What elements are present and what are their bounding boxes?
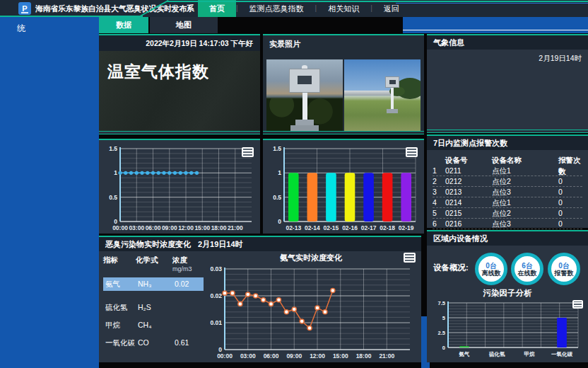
svg-text:12:00: 12:00 bbox=[310, 352, 325, 360]
odor-title: 恶臭污染物实时浓度变化 bbox=[105, 237, 191, 251]
table-row: 20212 点位20 bbox=[433, 176, 582, 187]
stat-alarm: 0台 报警数 bbox=[548, 253, 580, 285]
table-row: 40214 点位10 bbox=[433, 197, 582, 208]
panel-greeting: 2022年2月19日 14:17:03 下午好 温室气体指数 bbox=[99, 34, 260, 134]
app-title: 海南省乐东黎族自治县大气恶臭状况实时发布系 bbox=[35, 0, 194, 17]
chart-menu-icon[interactable] bbox=[242, 147, 254, 157]
sidebar: 统 bbox=[0, 17, 99, 368]
svg-text:15:00: 15:00 bbox=[194, 224, 210, 231]
stat-online: 6台 在线数 bbox=[511, 253, 543, 285]
tab-data[interactable]: 数据 bbox=[99, 17, 148, 33]
table-row: 30213 点位30 bbox=[433, 187, 582, 197]
alarms-title: 7日内监测点报警次数 bbox=[427, 136, 588, 150]
alarms-table: 设备号 设备名称 报警次数 10211 点位10 20212 点位20 3021… bbox=[433, 154, 582, 229]
page-title: 温室气体指数 bbox=[99, 51, 260, 83]
svg-text:5: 5 bbox=[442, 315, 445, 321]
nav-item-home[interactable]: 首页 bbox=[198, 0, 236, 17]
svg-text:02-14: 02-14 bbox=[305, 224, 320, 231]
svg-text:1.5: 1.5 bbox=[109, 145, 117, 152]
chart-svg: 00.511.502-1302-1402-1502-1602-1702-1802… bbox=[264, 144, 423, 232]
factor-analysis-chart: 02.557.5氨气硫化氢甲烷一氧化碳 bbox=[428, 298, 585, 358]
svg-text:0.5: 0.5 bbox=[109, 194, 117, 201]
ammonia-chart-title: 氨气实时浓度变化 bbox=[205, 253, 417, 264]
daily-index-chart: 00.511.502-1302-1402-1502-1602-1702-1802… bbox=[264, 144, 423, 232]
ammonia-trend-chart: 00.010.020.0300:0003:0006:0009:0012:0015… bbox=[205, 264, 417, 360]
photos-title: 实景照片 bbox=[263, 35, 424, 50]
top-navbar: P 海南省乐东黎族自治县大气恶臭状况实时发布系 首页 | 监测点恶臭指数 | 相… bbox=[0, 0, 588, 17]
app-logo-icon: P bbox=[18, 2, 31, 15]
main-nav: 首页 | 监测点恶臭指数 | 相关知识 | 返回 bbox=[198, 0, 411, 17]
panel-alarms: 7日内监测点报警次数 设备号 设备名称 报警次数 10211 点位10 2021… bbox=[427, 134, 588, 228]
odor-panel-header: 恶臭污染物实时浓度变化 2月19日14时 bbox=[99, 237, 421, 251]
photo-row bbox=[266, 59, 421, 131]
svg-text:03:00: 03:00 bbox=[240, 352, 256, 360]
greeting-body: 温室气体指数 bbox=[99, 51, 260, 131]
panel-devices: 区域内设备情况 设备概况: 0台 离线数 6台 在线数 0台 报警数 污染因子分… bbox=[427, 230, 588, 362]
svg-text:1: 1 bbox=[278, 169, 281, 176]
weather-title: 气象信息 bbox=[427, 35, 588, 50]
svg-text:09:00: 09:00 bbox=[286, 352, 302, 360]
svg-text:0: 0 bbox=[442, 345, 445, 351]
chart-svg: 00.010.020.0300:0003:0006:0009:0012:0015… bbox=[205, 264, 417, 360]
datetime-text: 2022年2月19日 14:17:03 下午好 bbox=[99, 35, 260, 51]
svg-text:02-16: 02-16 bbox=[342, 224, 358, 231]
svg-text:02-19: 02-19 bbox=[399, 224, 414, 231]
svg-text:06:00: 06:00 bbox=[264, 352, 279, 360]
factor-analysis-title: 污染因子分析 bbox=[427, 288, 588, 299]
svg-text:18:00: 18:00 bbox=[356, 352, 372, 360]
svg-text:09:00: 09:00 bbox=[162, 224, 177, 231]
odor-row-ch4[interactable]: 甲烷CH₄ bbox=[103, 318, 204, 332]
monitoring-station bbox=[385, 76, 399, 113]
table-row: 50215 点位20 bbox=[433, 208, 582, 219]
chart-menu-icon[interactable] bbox=[572, 300, 583, 309]
svg-text:02-13: 02-13 bbox=[286, 224, 301, 231]
devices-overview-label: 设备概况: bbox=[433, 263, 469, 273]
panel-weather: 气象信息 2月19日14时 bbox=[427, 34, 588, 133]
table-row: 10211 点位10 bbox=[433, 166, 582, 176]
svg-text:0.01: 0.01 bbox=[210, 319, 222, 326]
odor-time: 2月19日14时 bbox=[198, 237, 243, 251]
svg-text:02-18: 02-18 bbox=[380, 224, 395, 231]
svg-text:1: 1 bbox=[114, 169, 117, 176]
svg-text:0.03: 0.03 bbox=[210, 265, 222, 272]
panel-daily-index-chart: 00.511.502-1302-1402-1502-1602-1702-1802… bbox=[263, 139, 424, 234]
site-photo-2[interactable] bbox=[344, 59, 421, 131]
weather-time: 2月19日14时 bbox=[539, 54, 582, 64]
index-trend-chart: 00.511.500:0003:0006:0009:0012:0015:0018… bbox=[100, 144, 259, 232]
svg-text:15:00: 15:00 bbox=[333, 352, 348, 360]
monitoring-station bbox=[289, 65, 320, 131]
nav-item-knowledge[interactable]: 相关知识 bbox=[317, 0, 370, 17]
svg-text:12:00: 12:00 bbox=[178, 224, 194, 231]
site-photo-1[interactable] bbox=[266, 59, 343, 131]
nav-item-odor-index[interactable]: 监测点恶臭指数 bbox=[238, 0, 315, 17]
chart-menu-icon[interactable] bbox=[404, 253, 416, 263]
blue-accent-line bbox=[396, 3, 588, 4]
svg-text:02-15: 02-15 bbox=[324, 224, 339, 231]
svg-text:硫化氢: 硫化氢 bbox=[489, 351, 505, 357]
svg-text:02-17: 02-17 bbox=[361, 224, 377, 231]
tab-map[interactable]: 地图 bbox=[150, 17, 218, 33]
odor-row-co[interactable]: 一氧化碳CO0.61 bbox=[103, 336, 204, 350]
odor-row-h2s[interactable]: 硫化氢H₂S bbox=[103, 301, 204, 314]
svg-text:7.5: 7.5 bbox=[438, 300, 445, 306]
svg-text:0: 0 bbox=[278, 218, 281, 225]
panel-odor: 恶臭污染物实时浓度变化 2月19日14时 指标 化学式 浓度 mg/m3 氨气N… bbox=[99, 236, 421, 362]
svg-text:一氧化碳: 一氧化碳 bbox=[551, 351, 573, 357]
panel-photos: 实景照片 bbox=[263, 34, 424, 134]
svg-text:2.5: 2.5 bbox=[438, 330, 445, 336]
teal-accent-topline bbox=[167, 1, 588, 2]
stat-offline: 0台 离线数 bbox=[475, 253, 507, 285]
header-blue-band bbox=[403, 17, 588, 33]
odor-row-nh3[interactable]: 氨气NH₃0.02 bbox=[103, 277, 204, 291]
col-concentration: 浓度 mg/m3 bbox=[172, 255, 204, 273]
col-indicator: 指标 bbox=[103, 255, 136, 273]
sidebar-label: 统 bbox=[17, 23, 25, 35]
svg-text:0.5: 0.5 bbox=[273, 194, 281, 201]
chart-menu-icon[interactable] bbox=[406, 147, 418, 157]
chart-svg: 00.511.500:0003:0006:0009:0012:0015:0018… bbox=[100, 144, 259, 232]
svg-text:1.5: 1.5 bbox=[273, 145, 281, 152]
table-row: 60216 点位30 bbox=[433, 219, 582, 229]
odor-table: 指标 化学式 浓度 mg/m3 氨气NH₃0.02 硫化氢H₂S 甲烷CH₄ 一… bbox=[103, 255, 204, 350]
svg-text:03:00: 03:00 bbox=[129, 224, 144, 231]
svg-text:06:00: 06:00 bbox=[146, 224, 161, 231]
